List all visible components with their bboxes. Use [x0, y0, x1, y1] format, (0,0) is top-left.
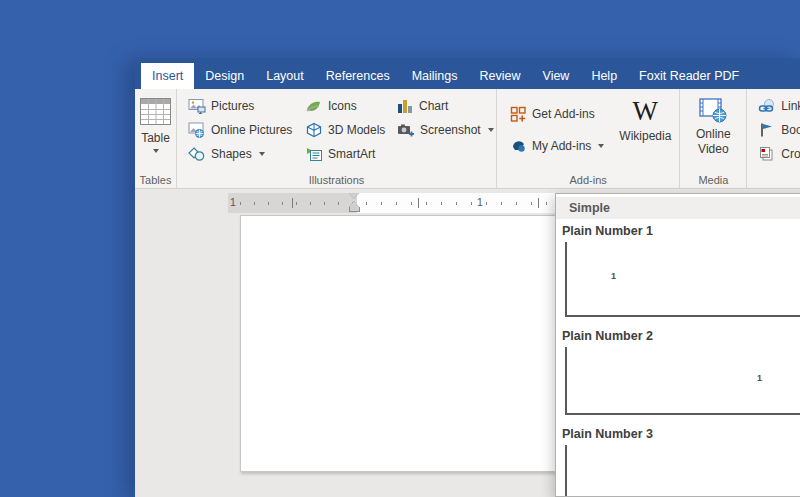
page-number-gallery: Simple Plain Number 1 1 Plain Number 2 1… [555, 193, 800, 497]
3d-models-icon [305, 122, 323, 138]
link-button[interactable]: Link [755, 94, 800, 118]
get-addins-icon [510, 106, 527, 123]
online-pictures-icon [188, 122, 206, 138]
gallery-item-label: Plain Number 3 [556, 415, 800, 445]
ribbon-group-addins: Get Add-ins My Add-ins W Wikipedia [497, 89, 680, 188]
chart-label: Chart [419, 99, 448, 113]
gallery-item-plain-number-1[interactable]: Plain Number 1 1 [556, 219, 800, 317]
document-area: 1 1 Simple Plain Number 1 [135, 189, 800, 497]
shapes-label: Shapes [211, 147, 252, 161]
cross-reference-button[interactable]: Cross-reference [755, 142, 800, 166]
addins-group-label: Add-ins [497, 174, 679, 186]
online-video-label: Online Video [687, 127, 739, 157]
screenshot-button[interactable]: Screenshot [394, 118, 490, 142]
ribbon: Table Tables Pictu [135, 89, 800, 189]
tab-design[interactable]: Design [194, 63, 255, 89]
online-video-icon [698, 96, 728, 124]
online-pictures-label: Online Pictures [211, 123, 292, 137]
my-addins-button[interactable]: My Add-ins [507, 130, 607, 162]
bookmark-label: Bookmark [781, 123, 800, 137]
my-addins-label: My Add-ins [532, 139, 591, 153]
gallery-item-preview [565, 445, 800, 497]
link-label: Link [781, 99, 800, 113]
get-addins-button[interactable]: Get Add-ins [507, 98, 607, 130]
preview-page-number: 1 [611, 271, 616, 281]
first-line-indent-icon[interactable] [349, 193, 359, 199]
table-button[interactable]: Table [139, 94, 172, 153]
chart-icon [397, 98, 414, 114]
smartart-label: SmartArt [328, 147, 375, 161]
tab-mailings[interactable]: Mailings [401, 63, 469, 89]
gallery-item-plain-number-3[interactable]: Plain Number 3 [556, 415, 800, 497]
wikipedia-label: Wikipedia [619, 129, 671, 144]
document-page[interactable] [240, 215, 572, 472]
left-indent-icon[interactable] [349, 207, 360, 212]
ruler-text-zone: 1 [357, 193, 562, 213]
shapes-dropdown-caret-icon [259, 152, 265, 156]
shapes-button[interactable]: Shapes [185, 142, 298, 166]
chart-button[interactable]: Chart [394, 94, 490, 118]
my-addins-dropdown-caret-icon [598, 144, 604, 148]
tab-help[interactable]: Help [580, 63, 628, 89]
icons-label: Icons [328, 99, 357, 113]
ribbon-group-tables: Table Tables [135, 89, 177, 188]
screenshot-dropdown-caret-icon [488, 128, 494, 132]
ruler-margin-zone: 1 [228, 193, 357, 213]
my-addins-icon [510, 138, 527, 154]
cross-reference-icon [758, 146, 776, 162]
media-group-label: Media [680, 174, 746, 186]
gallery-section-header: Simple [556, 197, 800, 219]
illustrations-group-label: Illustrations [177, 174, 496, 186]
smartart-icon [305, 146, 323, 162]
ruler-number: 1 [477, 196, 483, 208]
preview-page-number: 1 [757, 373, 762, 383]
online-pictures-button[interactable]: Online Pictures [185, 118, 298, 142]
screenshot-label: Screenshot [420, 123, 481, 137]
ribbon-tab-bar: Insert Design Layout References Mailings… [135, 58, 800, 89]
gallery-item-label: Plain Number 1 [556, 219, 800, 242]
tab-layout[interactable]: Layout [255, 63, 315, 89]
gallery-item-label: Plain Number 2 [556, 317, 800, 347]
pictures-button[interactable]: Pictures [185, 94, 298, 118]
ruler-number: 1 [230, 196, 236, 208]
pictures-label: Pictures [211, 99, 254, 113]
horizontal-ruler[interactable]: 1 1 [228, 193, 562, 213]
tab-foxit-reader-pdf[interactable]: Foxit Reader PDF [628, 63, 750, 89]
smartart-button[interactable]: SmartArt [302, 142, 390, 166]
bookmark-icon [758, 122, 776, 138]
shapes-icon [188, 146, 206, 162]
ribbon-group-media: Online Video Media [680, 89, 747, 188]
wikipedia-button[interactable]: W Wikipedia [615, 94, 675, 144]
pictures-icon [188, 98, 206, 114]
icons-icon [305, 98, 323, 114]
screenshot-icon [397, 122, 415, 138]
link-icon [758, 98, 776, 114]
3d-models-label: 3D Models [328, 123, 385, 137]
tab-review[interactable]: Review [469, 63, 532, 89]
tables-group-label: Tables [135, 174, 176, 186]
tab-view[interactable]: View [532, 63, 581, 89]
cross-reference-label: Cross-reference [781, 147, 800, 161]
table-button-label: Table [141, 131, 170, 145]
3d-models-button[interactable]: 3D Models [302, 118, 390, 142]
ribbon-group-illustrations: Pictures Online Pictures [177, 89, 497, 188]
table-dropdown-caret-icon [153, 149, 159, 153]
word-window: Insert Design Layout References Mailings… [135, 58, 800, 497]
bookmark-button[interactable]: Bookmark [755, 118, 800, 142]
indent-marker[interactable] [349, 193, 360, 212]
tab-insert[interactable]: Insert [141, 63, 194, 89]
online-video-button[interactable]: Online Video [687, 94, 739, 157]
gallery-item-plain-number-2[interactable]: Plain Number 2 1 [556, 317, 800, 415]
icons-button[interactable]: Icons [302, 94, 390, 118]
wikipedia-icon: W [633, 96, 658, 126]
ribbon-group-links: Link Bookmark [747, 89, 800, 188]
gallery-item-preview: 1 [565, 347, 800, 415]
hanging-indent-icon[interactable] [349, 201, 359, 207]
table-icon [139, 96, 172, 127]
get-addins-label: Get Add-ins [532, 107, 595, 121]
tab-references[interactable]: References [315, 63, 401, 89]
gallery-item-preview: 1 [565, 242, 800, 317]
